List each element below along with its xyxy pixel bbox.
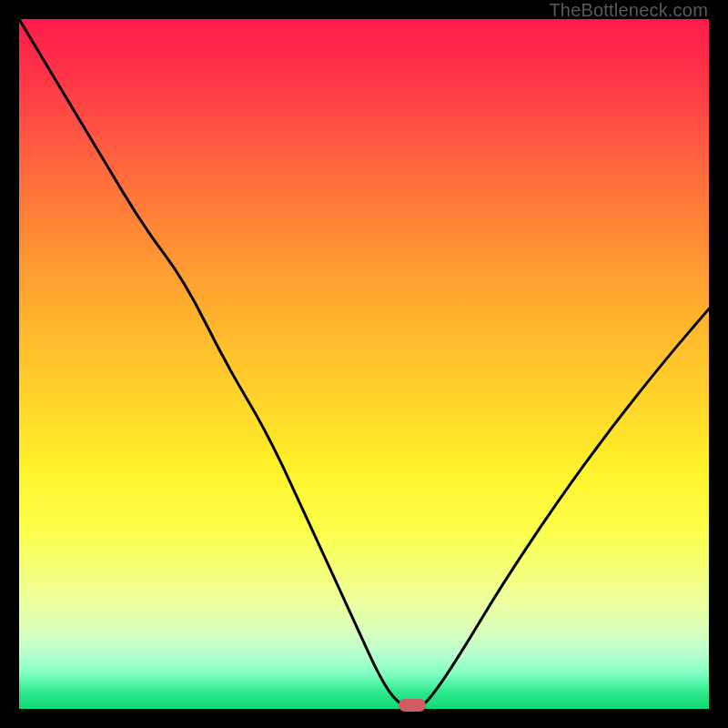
bottleneck-curve [19, 19, 709, 709]
plot-area [19, 19, 709, 709]
optimal-marker [399, 699, 426, 712]
chart-frame: TheBottleneck.com [0, 0, 728, 728]
watermark-text: TheBottleneck.com [549, 0, 708, 21]
